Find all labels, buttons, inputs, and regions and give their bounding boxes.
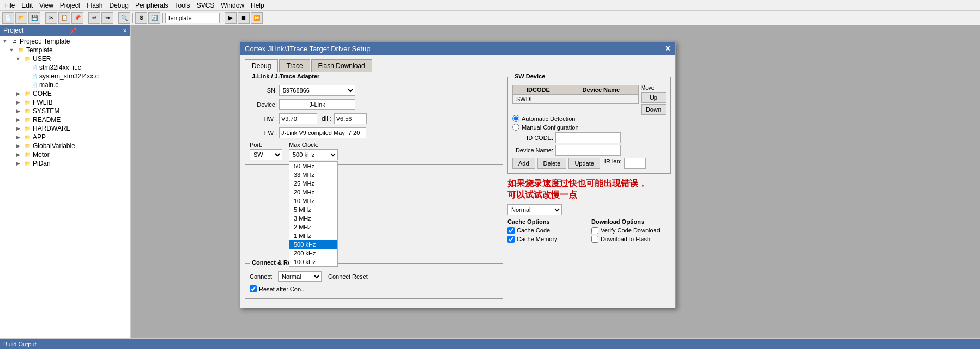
clock-option-200khz[interactable]: 200 kHz [289, 249, 337, 258]
paste-btn[interactable]: 📌 [71, 12, 83, 24]
update-btn[interactable]: Update [568, 158, 600, 169]
clock-option-5mhz[interactable]: 5 MHz [289, 205, 337, 214]
menu-help[interactable]: Help [247, 1, 268, 10]
tree-readme[interactable]: ▶ 📁 README [1, 115, 129, 124]
tab-flash-download[interactable]: Flash Download [311, 59, 372, 72]
search-btn[interactable]: 🔍 [118, 12, 130, 24]
device-name-row: Device Name: [512, 145, 666, 156]
auto-detect-radio[interactable] [512, 115, 519, 122]
tree-template[interactable]: ▼ 📁 Template [1, 46, 129, 54]
id-code-input[interactable] [555, 132, 621, 143]
reset-after-checkbox[interactable] [250, 285, 257, 292]
run-btn[interactable]: ▶ [225, 12, 237, 24]
menu-project[interactable]: Project [57, 1, 83, 10]
tree-file-stm32[interactable]: 📄 stm32f4xx_it.c [1, 63, 129, 72]
download-checkbox[interactable] [591, 236, 598, 243]
device-name-input[interactable] [555, 145, 621, 156]
tree-app-label: APP [33, 133, 46, 141]
clock-option-25mhz[interactable]: 25 MHz [289, 179, 337, 188]
menu-window[interactable]: Window [217, 1, 247, 10]
left-section: J-Link / J-Trace Adapter SN: 59768866 De… [245, 77, 503, 303]
menu-svcs[interactable]: SVCS [193, 1, 218, 10]
connect-select[interactable]: Normal [278, 271, 322, 282]
stop-btn[interactable]: ⏹ [238, 12, 250, 24]
expand-icon: ▼ [1, 38, 9, 45]
down-btn[interactable]: Down [641, 104, 666, 115]
menu-peripherals[interactable]: Peripherals [132, 1, 172, 10]
cache-code-checkbox[interactable] [507, 227, 515, 234]
copy-btn[interactable]: 📋 [58, 12, 70, 24]
tree-core[interactable]: ▶ 📁 CORE [1, 89, 129, 98]
clock-option-50mhz[interactable]: 50 MHz [289, 162, 337, 170]
menu-debug[interactable]: Debug [106, 1, 132, 10]
menu-tools[interactable]: Tools [172, 1, 193, 10]
download-options-title: Download Options [591, 218, 671, 225]
cut-btn[interactable]: ✂ [45, 12, 57, 24]
dialog-close-btn[interactable]: ✕ [664, 44, 671, 53]
new-btn[interactable]: 📄 [2, 12, 14, 24]
tree-pidan[interactable]: ▶ 📁 PiDan [1, 159, 129, 168]
cache-memory-checkbox[interactable] [507, 236, 515, 243]
sw-table-device [564, 95, 638, 104]
clock-option-500khz[interactable]: 500 kHz [289, 240, 337, 249]
connect-row: Connect: Normal Connect Reset [250, 271, 498, 282]
cache-memory-label: Cache Memory [517, 236, 558, 242]
clock-option-1mhz[interactable]: 1 MHz [289, 231, 337, 240]
delete-btn[interactable]: Delete [537, 158, 567, 169]
sidebar-close-btn[interactable]: ✕ [123, 28, 127, 34]
menu-view[interactable]: View [36, 1, 57, 10]
tree-file-system[interactable]: 📄 system_stm32f4xx.c [1, 72, 129, 81]
menu-flash[interactable]: Flash [83, 1, 106, 10]
tree-system[interactable]: ▶ 📁 SYSTEM [1, 107, 129, 115]
rebuild-btn[interactable]: 🔄 [148, 12, 160, 24]
tab-trace[interactable]: Trace [279, 59, 310, 72]
add-btn[interactable]: Add [512, 158, 535, 169]
clock-option-100khz[interactable]: 100 kHz [289, 258, 337, 266]
reset-dropdown[interactable]: Normal [507, 204, 562, 215]
undo-btn[interactable]: ↩ [88, 12, 100, 24]
save-btn[interactable]: 💾 [28, 12, 40, 24]
tree-hardware[interactable]: ▶ 📁 HARDWARE [1, 124, 129, 133]
ir-len-input[interactable] [624, 158, 646, 169]
tree-globalvar[interactable]: ▶ 📁 GlobalVariable [1, 142, 129, 150]
clock-option-2mhz[interactable]: 2 MHz [289, 223, 337, 231]
redo-btn[interactable]: ↪ [101, 12, 113, 24]
tree-user[interactable]: ▼ 📁 USER [1, 54, 129, 63]
manual-config-radio[interactable] [512, 124, 519, 131]
template-input[interactable] [165, 13, 220, 23]
expand-icon: ▶ [14, 133, 22, 141]
clock-option-3mhz[interactable]: 3 MHz [289, 214, 337, 223]
clock-select[interactable]: 500 kHz [289, 149, 338, 160]
sidebar-pin-btn[interactable]: 📌 [70, 28, 76, 34]
step-btn[interactable]: ⏩ [251, 12, 263, 24]
clock-option-20mhz[interactable]: 20 MHz [289, 188, 337, 197]
dll-input[interactable] [334, 113, 367, 124]
open-btn[interactable]: 📂 [15, 12, 27, 24]
build-btn[interactable]: ⚙ [135, 12, 147, 24]
tree-fwlib[interactable]: ▶ 📁 FWLIB [1, 98, 129, 107]
up-btn[interactable]: Up [641, 92, 666, 103]
tree-file-main[interactable]: 📄 main.c [1, 81, 129, 89]
file-icon: 📄 [30, 64, 38, 71]
tree-app[interactable]: ▶ 📁 APP [1, 133, 129, 142]
file-icon: 📄 [30, 72, 38, 80]
sn-select[interactable]: 59768866 [279, 85, 355, 96]
hw-input[interactable] [279, 113, 317, 124]
fw-input[interactable] [279, 127, 366, 138]
clock-option-10mhz[interactable]: 10 MHz [289, 197, 337, 205]
device-input[interactable] [279, 99, 355, 110]
menu-edit[interactable]: Edit [18, 1, 36, 10]
tree-project[interactable]: ▼ 🗂 Project: Template [1, 37, 129, 46]
clock-option-33mhz[interactable]: 33 MHz [289, 170, 337, 179]
menu-file[interactable]: File [1, 1, 18, 10]
verify-checkbox[interactable] [591, 227, 598, 234]
connect-section: Connect & Reset Op Connect: Normal Conne… [245, 263, 503, 299]
file-icon: 📄 [30, 81, 38, 89]
tab-debug[interactable]: Debug [245, 59, 278, 72]
port-select[interactable]: SW [250, 149, 282, 160]
dialog-title-bar: Cortex JLink/JTrace Target Driver Setup … [240, 42, 675, 55]
tree-motor[interactable]: ▶ 📁 Motor [1, 150, 129, 159]
sw-table: IDCODE Device Name SWDI [512, 85, 639, 104]
tree-readme-label: README [33, 116, 61, 124]
expand-placeholder [21, 64, 28, 71]
